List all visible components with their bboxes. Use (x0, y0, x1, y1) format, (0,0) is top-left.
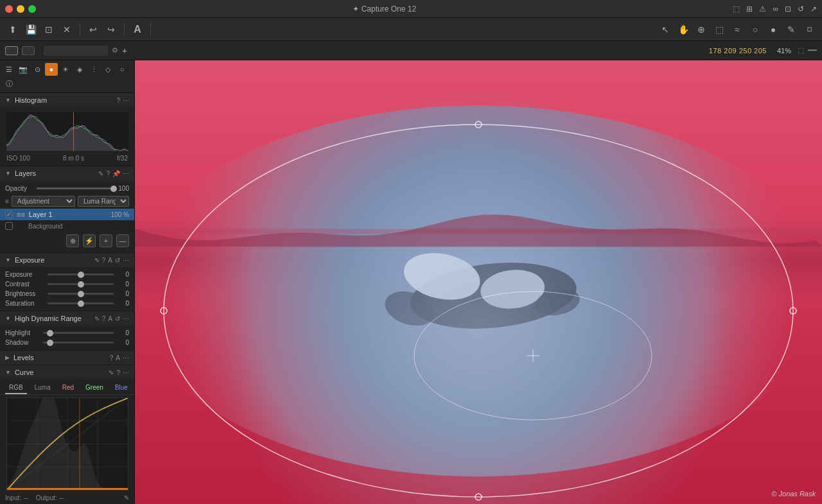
export-icon[interactable]: ⊡ (41, 22, 57, 37)
layers-edit-icon[interactable]: ✎ (98, 170, 103, 177)
save-icon[interactable]: 💾 (23, 22, 39, 37)
layers-delete-icon[interactable]: — (116, 234, 129, 247)
panel-icon-capture[interactable]: 📷 (17, 63, 30, 76)
brush-tool[interactable]: ● (765, 22, 781, 37)
exposure-arrow: ▼ (5, 257, 11, 263)
layer-settings-icon[interactable]: ⚙ (112, 46, 118, 55)
hdr-options[interactable]: ⋯ (123, 315, 129, 322)
layers-add-icon[interactable]: + (100, 234, 112, 247)
panel-icon-details[interactable]: ◈ (73, 63, 86, 76)
layers-pin-icon[interactable]: 📌 (112, 170, 120, 177)
text-icon[interactable]: A (130, 22, 145, 37)
zoom-tool[interactable]: ⊕ (694, 22, 709, 37)
layer-bg-checkbox[interactable] (5, 222, 13, 230)
close-file-icon[interactable]: ✕ (59, 22, 74, 37)
export-icon[interactable]: ↗ (810, 4, 817, 13)
histogram-header[interactable]: ▼ Histogram ? ⋯ (0, 93, 134, 107)
import-icon[interactable]: ⬚ (733, 4, 740, 13)
curve-help[interactable]: ? (116, 369, 120, 376)
curve-canvas[interactable] (6, 397, 128, 491)
layers-section: ▼ Layers ✎ ? 📌 ⋯ Opacity 100 (0, 166, 134, 253)
hdr-help[interactable]: ? (102, 315, 106, 322)
curve-picker-icon[interactable]: ✎ (124, 494, 129, 501)
panel-icon-meta[interactable]: ⓘ (3, 77, 15, 90)
exp-slider-3[interactable] (48, 302, 114, 304)
exposure-auto[interactable]: A (108, 257, 112, 264)
exposure-help[interactable]: ? (102, 257, 106, 264)
hdr-slider-0[interactable] (43, 332, 114, 334)
picker-tool[interactable]: ⌑ (801, 22, 817, 37)
layout-icon[interactable]: ⊡ (785, 4, 791, 13)
layers-copy-icon[interactable]: ⊕ (66, 234, 79, 247)
pen-tool[interactable]: ✎ (783, 22, 799, 37)
curve-tab-green[interactable]: Green (82, 382, 107, 394)
image-area[interactable]: © Jonas Rask (135, 60, 822, 504)
exp-slider-2[interactable] (48, 293, 114, 295)
curve-options[interactable]: ⋯ (123, 369, 129, 376)
exposure-header[interactable]: ▼ Exposure ✎ ? A ↺ ⋯ (0, 253, 134, 267)
curve-header[interactable]: ▼ Curve ✎ ? ⋯ (0, 365, 134, 379)
layers-options-icon[interactable]: ⋯ (123, 170, 129, 177)
layers-mask-icon[interactable]: ⚡ (83, 234, 96, 247)
panel-icon-exposure[interactable]: ☀ (59, 63, 72, 76)
exposure-edit-icon[interactable]: ✎ (94, 257, 100, 264)
levels-icons: ? A ⋯ (110, 354, 129, 361)
exp-slider-1[interactable] (48, 283, 114, 285)
open-icon[interactable]: ⬆ (5, 22, 21, 37)
layers-header[interactable]: ▼ Layers ✎ ? 📌 ⋯ (0, 166, 134, 180)
hdr-slider-1[interactable] (43, 342, 114, 343)
panel-icon-vignette[interactable]: ○ (116, 63, 128, 76)
zoom-slider[interactable]: ━━ (808, 46, 817, 55)
grid-icon[interactable]: ⊞ (746, 4, 753, 13)
levels-help[interactable]: ? (110, 354, 114, 361)
histogram-options-icon[interactable]: ⋯ (123, 97, 129, 104)
compare-icon[interactable]: ∞ (773, 4, 778, 13)
layers-help-icon[interactable]: ? (106, 170, 110, 177)
crop-tool[interactable]: ⬚ (712, 22, 727, 37)
fullscreen-button[interactable] (28, 5, 36, 13)
undo-icon[interactable]: ↩ (85, 22, 101, 37)
curve-tab-luma[interactable]: Luma (31, 382, 55, 394)
hdr-auto[interactable]: A (108, 315, 112, 322)
panel-icon-sharpening[interactable]: ◇ (101, 63, 114, 76)
panel-icon-color[interactable]: ● (45, 63, 58, 76)
levels-header[interactable]: ▶ Levels ? A ⋯ (0, 351, 134, 365)
close-button[interactable] (5, 5, 13, 13)
redo-icon[interactable]: ↪ (103, 22, 119, 37)
levels-options[interactable]: ⋯ (123, 354, 129, 361)
panel-icon-noise[interactable]: ⋮ (87, 63, 100, 76)
opacity-slider-track[interactable] (37, 187, 114, 189)
view-compare-tab[interactable] (22, 46, 35, 55)
curve-tab-blue[interactable]: Blue (111, 382, 132, 394)
layer-item-bg[interactable]: Background (0, 220, 134, 232)
blend-mode-select[interactable]: Adjustment (12, 196, 75, 207)
panel-icon-lens[interactable]: ⊙ (31, 63, 44, 76)
zoom-fit-icon[interactable]: ⬚ (798, 46, 804, 55)
levels-auto[interactable]: A (116, 354, 120, 361)
hdr-edit-icon[interactable]: ✎ (94, 315, 100, 322)
view-single-tab[interactable] (5, 46, 18, 55)
cursor-tool[interactable]: ↖ (658, 22, 673, 37)
layer-item-1[interactable]: ✓ ≡≡ Layer 1 100 % (0, 209, 134, 220)
layer-1-checkbox[interactable]: ✓ (5, 211, 13, 218)
warning-icon[interactable]: ⚠ (759, 4, 766, 13)
curve-tab-red[interactable]: Red (58, 382, 78, 394)
straighten-tool[interactable]: ≈ (730, 22, 745, 37)
luma-range-select[interactable]: Luma Range... (78, 196, 129, 207)
hdr-header[interactable]: ▼ High Dynamic Range ✎ ? A ↺ ⋯ (0, 311, 134, 326)
titlebar-icons: ⬚ ⊞ ⚠ ∞ ⊡ ↺ ↗ (733, 4, 817, 13)
exp-slider-0[interactable] (48, 274, 114, 275)
histogram-menu-icon[interactable]: ? (116, 97, 120, 104)
minimize-button[interactable] (17, 5, 24, 13)
panel-icon-library[interactable]: ☰ (3, 63, 15, 76)
curve-tab-rgb[interactable]: RGB (5, 382, 27, 394)
exposure-reset[interactable]: ↺ (115, 257, 120, 264)
exposure-options[interactable]: ⋯ (123, 257, 129, 264)
hdr-reset[interactable]: ↺ (115, 315, 120, 322)
rotate-icon[interactable]: ↺ (798, 4, 804, 13)
curve-edit-icon[interactable]: ✎ (109, 369, 114, 376)
pan-tool[interactable]: ✋ (676, 22, 691, 37)
spot-tool[interactable]: ○ (748, 22, 763, 37)
layer-name-input[interactable]: Layer 1 (44, 46, 108, 56)
add-layer-btn[interactable]: + (122, 46, 127, 56)
